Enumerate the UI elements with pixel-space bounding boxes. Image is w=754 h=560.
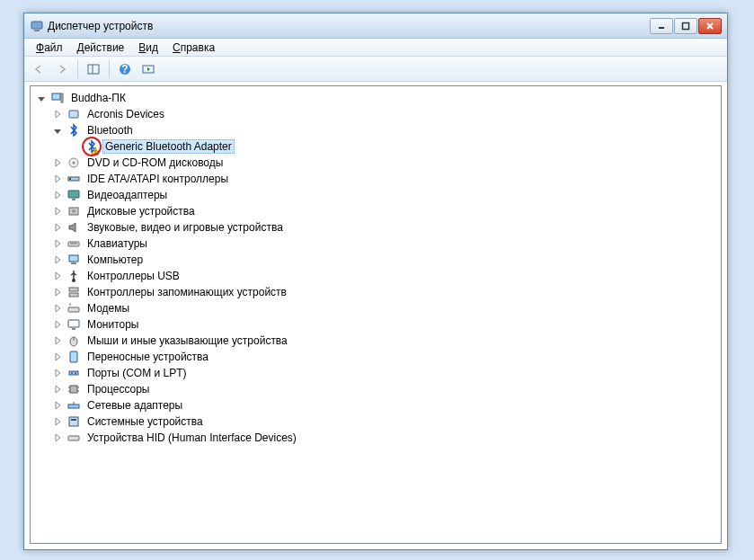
tree-item-root[interactable]: Buddha-ПК (34, 90, 721, 106)
tree-item[interactable]: Процессоры (50, 381, 721, 397)
menu-file[interactable]: Файл (30, 40, 69, 56)
ide-icon (67, 172, 81, 186)
maximize-button[interactable] (674, 18, 697, 34)
svg-point-15 (94, 153, 95, 154)
pc-icon (50, 91, 65, 105)
disk-icon (67, 204, 81, 218)
tree-category: Модемы (50, 300, 721, 316)
expander-none (70, 141, 81, 152)
expand-icon[interactable] (52, 335, 63, 346)
svg-rect-1 (34, 30, 40, 31)
svg-rect-33 (68, 320, 79, 327)
tree-category: Порты (COM и LPT) (50, 365, 721, 381)
cpu-icon (67, 382, 81, 396)
tree-item[interactable]: Мониторы (50, 316, 721, 333)
expand-icon[interactable] (52, 206, 63, 217)
menu-view[interactable]: Вид (132, 40, 164, 56)
expand-icon[interactable] (52, 238, 63, 249)
app-icon (30, 19, 44, 33)
back-button (28, 58, 49, 80)
help-button[interactable]: ? (114, 58, 136, 80)
tree-label: Buddha-ПК (68, 91, 129, 105)
svg-rect-20 (68, 191, 79, 198)
svg-point-17 (73, 162, 75, 164)
expand-icon[interactable] (52, 157, 63, 168)
minimize-button[interactable] (650, 18, 673, 34)
tree-item[interactable]: Контроллеры USB (50, 268, 721, 284)
ports-icon (67, 366, 81, 380)
tree-item[interactable]: Generic Bluetooth Adapter (68, 138, 721, 155)
collapse-icon[interactable] (52, 125, 63, 136)
expand-icon[interactable] (52, 222, 63, 233)
tree-item[interactable]: Сетевые адаптеры (50, 397, 721, 413)
expand-icon[interactable] (52, 287, 63, 298)
collapse-icon[interactable] (36, 93, 47, 103)
tree-item[interactable]: Переносные устройства (50, 349, 721, 365)
tree-category: Компьютер (50, 252, 721, 268)
tree-category: Мониторы (50, 316, 721, 333)
tree-category: Acronis Devices (50, 106, 721, 122)
menu-action[interactable]: Действие (71, 40, 131, 56)
close-button[interactable] (698, 18, 722, 34)
tree-item[interactable]: Bluetooth (50, 122, 721, 138)
tree-item[interactable]: Порты (COM и LPT) (50, 365, 721, 381)
tree-item[interactable]: Клавиатуры (50, 236, 721, 252)
svg-rect-19 (69, 178, 71, 180)
tree-category: BluetoothGeneric Bluetooth Adapter (50, 122, 721, 155)
toolbar-separator (109, 60, 110, 78)
tree-label: Мониторы (84, 317, 141, 332)
tree-label: Компьютер (84, 253, 146, 267)
tree-item[interactable]: Дисковые устройства (50, 203, 721, 219)
expand-icon[interactable] (52, 271, 63, 281)
tree-item[interactable]: Acronis Devices (50, 106, 721, 122)
toolbar-separator (77, 60, 78, 78)
expand-icon[interactable] (52, 416, 63, 427)
tree-item[interactable]: DVD и CD-ROM дисководы (50, 155, 721, 171)
tree-item[interactable]: Модемы (50, 300, 721, 316)
tree-label: Контроллеры запоминающих устройств (84, 285, 289, 299)
device-manager-window: Диспетчер устройств Файл Действие Вид Сп… (23, 13, 728, 550)
expand-icon[interactable] (52, 109, 63, 120)
expand-icon[interactable] (52, 303, 63, 314)
tree-category: Клавиатуры (50, 236, 721, 252)
tree-label: Bluetooth (84, 123, 136, 138)
svg-rect-38 (69, 371, 78, 375)
expand-icon[interactable] (52, 351, 63, 362)
tree-label: Системные устройства (84, 414, 206, 429)
tree-category: Контроллеры USB (50, 268, 721, 284)
toolbar: ? (24, 57, 727, 82)
tree-pane: Buddha-ПКAcronis DevicesBluetoothGeneric… (30, 85, 722, 544)
svg-rect-27 (71, 262, 76, 264)
tree-item[interactable]: Звуковые, видео и игровые устройства (50, 219, 721, 236)
tree-item[interactable]: Компьютер (50, 252, 721, 268)
svg-rect-34 (72, 328, 75, 330)
bluetooth-icon (84, 139, 99, 154)
tree-category: Системные устройства (50, 413, 721, 430)
expand-icon[interactable] (52, 400, 63, 411)
tree-label: Процессоры (84, 382, 153, 396)
menu-help[interactable]: Справка (166, 40, 221, 56)
tree-item[interactable]: Мыши и иные указывающие устройства (50, 333, 721, 349)
tree-item[interactable]: Системные устройства (50, 413, 721, 430)
titlebar[interactable]: Диспетчер устройств (24, 13, 727, 39)
show-hide-button[interactable] (83, 58, 104, 80)
keyboard-icon (67, 236, 81, 251)
warning-badge-icon (91, 146, 100, 155)
expand-icon[interactable] (52, 368, 63, 378)
tree-item[interactable]: Устройства HID (Human Interface Devices) (50, 430, 721, 446)
svg-rect-6 (88, 65, 99, 74)
tree-category: Сетевые адаптеры (50, 397, 721, 413)
display-icon (67, 188, 81, 202)
expand-icon[interactable] (52, 173, 63, 184)
expand-icon[interactable] (52, 384, 63, 395)
tree-item[interactable]: Видеоадаптеры (50, 187, 721, 203)
expand-icon[interactable] (52, 254, 63, 265)
expand-icon[interactable] (52, 190, 63, 200)
scan-button[interactable] (137, 58, 159, 80)
tree-label: Generic Bluetooth Adapter (102, 139, 235, 154)
tree-label: IDE ATA/ATAPI контроллеры (84, 172, 231, 186)
expand-icon[interactable] (52, 319, 63, 330)
tree-item[interactable]: IDE ATA/ATAPI контроллеры (50, 171, 721, 187)
tree-item[interactable]: Контроллеры запоминающих устройств (50, 284, 721, 300)
expand-icon[interactable] (52, 432, 63, 443)
